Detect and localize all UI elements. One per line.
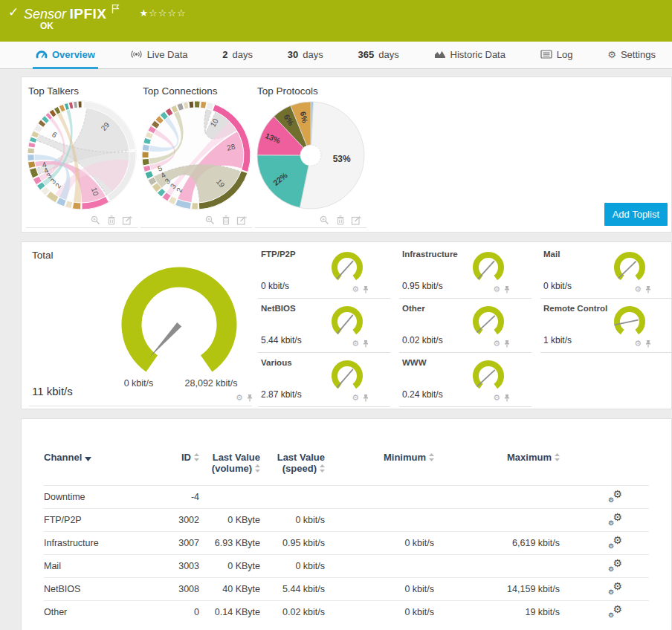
sort-icon bbox=[320, 464, 325, 475]
toplists-panel: Top Talkers 2961023344 Top Connections 1… bbox=[21, 77, 672, 233]
log-icon bbox=[540, 50, 552, 59]
column-header-last-value[interactable]: Last Value(volume) bbox=[199, 452, 260, 485]
pin-icon[interactable] bbox=[362, 285, 369, 295]
channel-settings-icon[interactable]: ⚙⚙ bbox=[608, 605, 622, 617]
star-empty-icon[interactable]: ☆ bbox=[167, 7, 177, 19]
pin-icon[interactable] bbox=[503, 394, 511, 403]
cell-channel: FTP/P2P bbox=[44, 515, 176, 525]
column-header-maximum[interactable]: Maximum bbox=[434, 452, 560, 485]
channel-settings-icon[interactable]: ⚙⚙ bbox=[608, 536, 622, 548]
gear-icon[interactable]: ⚙ bbox=[236, 394, 243, 403]
gauge-dial bbox=[468, 250, 509, 290]
gauge-channel-label: Mail bbox=[543, 250, 560, 259]
column-header-actions bbox=[560, 452, 649, 485]
pin-icon[interactable] bbox=[362, 394, 369, 403]
channel-settings-icon[interactable]: ⚙⚙ bbox=[608, 559, 622, 571]
top-talkers-chart[interactable]: 2961023344 bbox=[26, 100, 138, 211]
tab-overview[interactable]: Overview bbox=[33, 42, 98, 69]
pin-icon[interactable] bbox=[246, 394, 253, 403]
edit-icon[interactable] bbox=[122, 215, 133, 226]
delete-icon[interactable] bbox=[335, 215, 346, 226]
star-empty-icon[interactable]: ☆ bbox=[158, 7, 168, 19]
pin-icon[interactable] bbox=[503, 285, 511, 295]
pin-icon[interactable] bbox=[644, 285, 652, 295]
gauge-channel-label: Various bbox=[261, 358, 292, 367]
gear-icon[interactable]: ⚙ bbox=[493, 340, 500, 349]
gauge-channel-value: 0 kbit/s bbox=[543, 281, 572, 291]
tab-historic-data[interactable]: Historic Data bbox=[431, 42, 508, 69]
column-header-id[interactable]: ID bbox=[176, 452, 199, 485]
tab-log[interactable]: Log bbox=[537, 42, 576, 69]
gauge-dial bbox=[468, 305, 509, 345]
cell-id: 3002 bbox=[176, 515, 199, 525]
cell-id: 3003 bbox=[176, 561, 199, 571]
star-empty-icon[interactable]: ☆ bbox=[177, 7, 187, 19]
zoom-icon[interactable] bbox=[90, 215, 101, 226]
table-row-other: Other 0 0.14 KByte 0.02 kbit/s 0 kbit/s … bbox=[44, 600, 649, 623]
gauge-channel-value: 0.02 kbit/s bbox=[402, 335, 443, 345]
gear-icon[interactable]: ⚙ bbox=[634, 340, 642, 349]
channel-settings-icon[interactable]: ⚙⚙ bbox=[608, 513, 622, 525]
gear-icon[interactable]: ⚙ bbox=[634, 285, 642, 295]
tab-settings[interactable]: ⚙Settings bbox=[604, 42, 659, 69]
star-empty-icon[interactable]: ☆ bbox=[149, 7, 158, 19]
channel-settings-icon[interactable]: ⚙⚙ bbox=[608, 490, 622, 502]
gauge-min-label: 0 kbit/s bbox=[103, 378, 174, 389]
top-protocols-chart[interactable]: 53%22%13%6%6% bbox=[255, 100, 366, 211]
table-row-downtime: Downtime -4 ⚙⚙ bbox=[44, 485, 649, 508]
tab-live-data[interactable]: Live Data bbox=[127, 42, 191, 69]
settings-icon: ⚙ bbox=[607, 50, 616, 59]
add-toplist-button[interactable]: Add Toplist bbox=[604, 203, 668, 226]
tab-365-days[interactable]: 365days bbox=[355, 42, 402, 69]
edit-icon[interactable] bbox=[351, 215, 362, 226]
edit-icon[interactable] bbox=[236, 215, 248, 226]
gauge-total: Total 0 kbit/s 28,092 kbit/s 11 kbit/s ⚙ bbox=[22, 242, 258, 410]
pin-icon[interactable] bbox=[503, 340, 511, 349]
gauge-dial bbox=[326, 250, 368, 290]
gauge-www: WWW 0.24 kbit/s ⚙ bbox=[399, 353, 532, 407]
tab-2-days[interactable]: 2days bbox=[219, 42, 256, 69]
gauge-total-value: 11 kbit/s bbox=[32, 385, 73, 397]
gear-icon[interactable]: ⚙ bbox=[352, 394, 359, 403]
svg-text:53%: 53% bbox=[333, 154, 351, 164]
gear-icon[interactable]: ⚙ bbox=[493, 285, 500, 295]
gauge-channel-value: 0.95 kbit/s bbox=[402, 281, 443, 291]
pin-icon[interactable] bbox=[644, 340, 652, 349]
delete-icon[interactable] bbox=[106, 215, 117, 226]
gear-icon[interactable]: ⚙ bbox=[352, 340, 359, 349]
tab-30-days[interactable]: 30days bbox=[285, 42, 326, 69]
cell-minimum: 0 kbit/s bbox=[325, 607, 434, 617]
delete-icon[interactable] bbox=[221, 215, 231, 226]
cell-id: 3007 bbox=[176, 538, 199, 548]
gauge-channel-label: NetBIOS bbox=[261, 304, 296, 313]
column-header-channel[interactable]: Channel bbox=[44, 452, 176, 485]
sensor-name: IPFIX bbox=[70, 6, 107, 22]
channel-settings-icon[interactable]: ⚙⚙ bbox=[608, 582, 622, 594]
gauge-dial bbox=[609, 250, 650, 290]
top-connections-chart[interactable]: 10281923345 bbox=[140, 100, 252, 211]
gauge-various: Various 2.87 kbit/s ⚙ bbox=[258, 353, 390, 407]
tab-bar: OverviewLive Data2days30days365daysHisto… bbox=[0, 42, 672, 69]
column-header-last-value[interactable]: Last Value(speed) bbox=[260, 452, 325, 485]
gear-icon[interactable]: ⚙ bbox=[493, 394, 500, 403]
cell-minimum: 0 kbit/s bbox=[325, 584, 434, 594]
gauge-empty-cell bbox=[540, 353, 672, 407]
sort-desc-icon bbox=[85, 452, 91, 464]
zoom-icon[interactable] bbox=[319, 215, 330, 226]
gear-icon[interactable]: ⚙ bbox=[352, 285, 359, 295]
cell-channel: NetBIOS bbox=[44, 584, 176, 594]
gauge-ftp-p2p: FTP/P2P 0 kbit/s ⚙ bbox=[258, 244, 390, 299]
gauges-panel: Total 0 kbit/s 28,092 kbit/s 11 kbit/s ⚙… bbox=[21, 241, 672, 409]
column-header-minimum[interactable]: Minimum bbox=[325, 452, 434, 485]
cell-id: -4 bbox=[176, 492, 199, 502]
star-filled-icon[interactable]: ★ bbox=[139, 7, 149, 19]
table-row-ftp-p2p: FTP/P2P 3002 0 KByte 0 kbit/s ⚙⚙ bbox=[44, 508, 649, 531]
cell-last-value-volume: 40 KByte bbox=[199, 584, 260, 594]
gauge-channel-label: Other bbox=[402, 304, 425, 313]
pin-icon[interactable] bbox=[362, 340, 369, 349]
toplist-top-connections: Top Connections 10281923345 bbox=[140, 85, 252, 228]
zoom-icon[interactable] bbox=[204, 215, 216, 226]
priority-stars[interactable]: ★☆☆☆☆ bbox=[139, 7, 186, 19]
flag-icon bbox=[112, 4, 120, 17]
gauge-other: Other 0.02 kbit/s ⚙ bbox=[399, 299, 532, 353]
